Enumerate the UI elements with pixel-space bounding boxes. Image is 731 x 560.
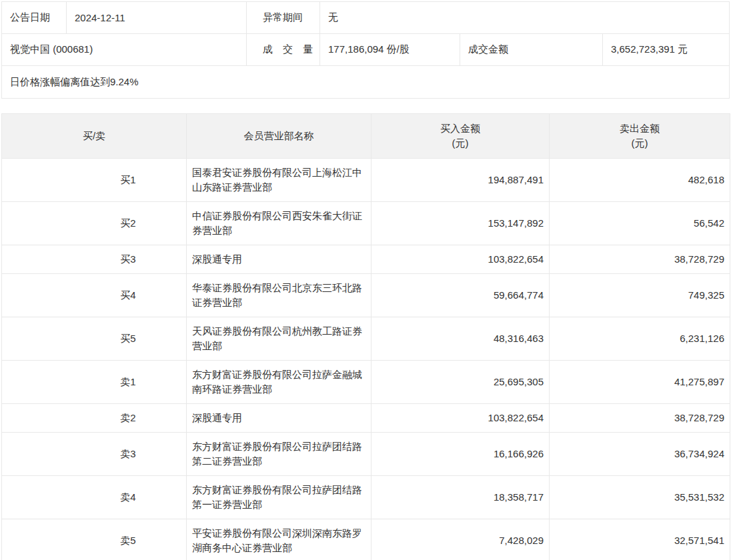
table-row: 卖1 东方财富证券股份有限公司拉萨金融城南环路证券营业部 25,695,305 … (2, 361, 730, 404)
sell-amount-cell: 482,618 (550, 159, 730, 202)
announce-date-label: 公告日期 (2, 2, 67, 34)
table-row: 买5 天风证券股份有限公司杭州教工路证券营业部 48,316,463 6,231… (2, 317, 730, 361)
table-row: 卖2 深股通专用 103,822,654 38,728,729 (2, 404, 730, 433)
buy-amount-cell: 59,664,774 (372, 274, 550, 317)
buy-amount-cell: 103,822,654 (372, 245, 550, 274)
sell-amount-cell: 38,728,729 (550, 404, 730, 433)
sell-amount-unit-label: (元) (555, 136, 724, 151)
lhb-disclosure-page: 公告日期 2024-12-11 异常期间 无 视觉中国 (000681) 成 交… (1, 1, 730, 560)
buy-amount-header-title: 买入金额 (377, 121, 544, 136)
table-body: 买1 国泰君安证券股份有限公司上海松江中山东路证券营业部 194,887,491… (2, 159, 730, 560)
volume-label: 成 交 量 (247, 34, 320, 66)
side-cell: 买5 (2, 317, 187, 361)
branch-cell: 东方财富证券股份有限公司拉萨团结路第一证券营业部 (187, 476, 372, 519)
buy-amount-cell: 153,147,892 (372, 202, 550, 245)
buy-amount-cell: 194,887,491 (372, 159, 550, 202)
table-row: 卖4 东方财富证券股份有限公司拉萨团结路第一证券营业部 18,358,717 3… (2, 476, 730, 519)
sell-amount-cell: 749,325 (550, 274, 730, 317)
buy-amount-cell: 7,428,029 (372, 519, 550, 560)
table-row: 卖3 东方财富证券股份有限公司拉萨团结路第二证券营业部 16,166,926 3… (2, 433, 730, 476)
branch-cell: 东方财富证券股份有限公司拉萨金融城南环路证券营业部 (187, 361, 372, 404)
table-row: 买1 国泰君安证券股份有限公司上海松江中山东路证券营业部 194,887,491… (2, 159, 730, 202)
table-row: 卖5 平安证券股份有限公司深圳深南东路罗湖商务中心证券营业部 7,428,029… (2, 519, 730, 560)
col-header-sell-amount: 卖出金额 (元) (550, 114, 730, 159)
stock-name: 视觉中国 (000681) (2, 34, 247, 66)
sell-amount-cell: 38,728,729 (550, 245, 730, 274)
side-cell: 卖1 (2, 361, 187, 404)
announce-date-value: 2024-12-11 (67, 2, 247, 34)
branch-cell: 国泰君安证券股份有限公司上海松江中山东路证券营业部 (187, 159, 372, 202)
sell-amount-cell: 35,531,532 (550, 476, 730, 519)
panel-table-gap (1, 99, 730, 113)
branch-cell: 天风证券股份有限公司杭州教工路证券营业部 (187, 317, 372, 361)
sell-amount-cell: 32,571,541 (550, 519, 730, 560)
side-cell: 买2 (2, 202, 187, 245)
abnormal-period-label: 异常期间 (247, 2, 320, 34)
sell-amount-cell: 41,275,897 (550, 361, 730, 404)
turnover-label: 成交金额 (460, 34, 603, 66)
branch-cell: 平安证券股份有限公司深圳深南东路罗湖商务中心证券营业部 (187, 519, 372, 560)
broker-table: 买/卖 会员营业部名称 买入金额 (元) 卖出金额 (元) 买1 国泰君安证券股… (1, 113, 730, 560)
sell-amount-cell: 56,542 (550, 202, 730, 245)
side-cell: 卖4 (2, 476, 187, 519)
branch-cell: 东方财富证券股份有限公司拉萨团结路第二证券营业部 (187, 433, 372, 476)
sell-amount-cell: 6,231,126 (550, 317, 730, 361)
table-header: 买/卖 会员营业部名称 买入金额 (元) 卖出金额 (元) (2, 114, 730, 159)
sell-amount-cell: 36,734,924 (550, 433, 730, 476)
col-header-buy-amount: 买入金额 (元) (372, 114, 550, 159)
table-row: 买2 中信证券股份有限公司西安朱雀大街证券营业部 153,147,892 56,… (2, 202, 730, 245)
sell-amount-header-title: 卖出金额 (555, 121, 724, 136)
buy-amount-cell: 18,358,717 (372, 476, 550, 519)
branch-cell: 华泰证券股份有限公司北京东三环北路证券营业部 (187, 274, 372, 317)
side-cell: 卖3 (2, 433, 187, 476)
side-cell: 卖5 (2, 519, 187, 560)
branch-cell: 中信证券股份有限公司西安朱雀大街证券营业部 (187, 202, 372, 245)
side-cell: 买1 (2, 159, 187, 202)
turnover-value: 3,652,723,391 元 (603, 34, 729, 66)
col-header-buy-sell: 买/卖 (2, 114, 187, 159)
buy-amount-cell: 25,695,305 (372, 361, 550, 404)
side-cell: 买4 (2, 274, 187, 317)
buy-amount-unit-label: (元) (377, 136, 544, 151)
side-cell: 买3 (2, 245, 187, 274)
table-row: 买3 深股通专用 103,822,654 38,728,729 (2, 245, 730, 274)
price-deviation-note: 日价格涨幅偏离值达到9.24% (2, 66, 729, 98)
table-row: 买4 华泰证券股份有限公司北京东三环北路证券营业部 59,664,774 749… (2, 274, 730, 317)
header-row: 买/卖 会员营业部名称 买入金额 (元) 卖出金额 (元) (2, 114, 730, 159)
buy-amount-cell: 48,316,463 (372, 317, 550, 361)
buy-amount-cell: 16,166,926 (372, 433, 550, 476)
col-header-branch-name: 会员营业部名称 (187, 114, 372, 159)
side-cell: 卖2 (2, 404, 187, 433)
branch-cell: 深股通专用 (187, 245, 372, 274)
volume-value: 177,186,094 份/股 (320, 34, 460, 66)
branch-cell: 深股通专用 (187, 404, 372, 433)
buy-amount-cell: 103,822,654 (372, 404, 550, 433)
summary-panel: 公告日期 2024-12-11 异常期间 无 视觉中国 (000681) 成 交… (1, 1, 730, 99)
abnormal-period-value: 无 (320, 2, 729, 34)
